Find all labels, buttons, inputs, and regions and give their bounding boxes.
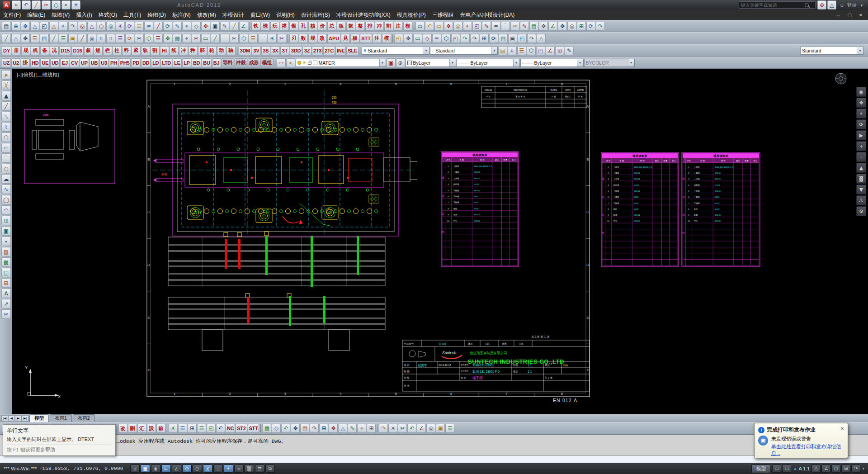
- attach-xref-icon[interactable]: ═: [432, 34, 441, 43]
- dim-linear-icon[interactable]: ✂: [510, 22, 519, 31]
- tool-button[interactable]: 排: [365, 22, 374, 31]
- ucs-icon-tool-icon[interactable]: ▦: [262, 424, 271, 433]
- tool-button[interactable]: 珠: [261, 22, 270, 31]
- units-setup-icon[interactable]: ⌖: [182, 34, 191, 43]
- edit-text-icon[interactable]: ☰: [30, 34, 39, 43]
- table-style-combo[interactable]: Standard: [800, 47, 863, 55]
- tool-button[interactable]: 2T3: [312, 46, 323, 55]
- tool-button[interactable]: DD: [141, 58, 151, 67]
- tool-button[interactable]: BD: [192, 58, 201, 67]
- tool-button[interactable]: 刃: [289, 34, 298, 43]
- tool-button[interactable]: DY: [2, 46, 11, 55]
- tool-button[interactable]: 冲裁: [235, 58, 247, 67]
- make-group-icon[interactable]: ✂: [230, 34, 239, 43]
- menu-item[interactable]: 工具(T): [120, 11, 144, 19]
- layer-lock-icon[interactable]: ◎: [453, 22, 462, 31]
- multiline-text-icon[interactable]: ✥: [21, 34, 30, 43]
- mass-properties-icon[interactable]: ☰: [116, 34, 125, 43]
- tool-button[interactable]: PD: [131, 58, 141, 67]
- divide-point-icon[interactable]: ✂: [1, 309, 11, 319]
- markup-set-manager-icon[interactable]: ✎: [220, 22, 229, 31]
- tool-button[interactable]: 改: [118, 424, 127, 433]
- tool-button[interactable]: 轮: [208, 46, 217, 55]
- tool-button[interactable]: HD: [30, 58, 40, 67]
- save-as-icon[interactable]: △: [30, 22, 39, 31]
- 3d-object-snap-toggle[interactable]: ⬡: [193, 465, 202, 473]
- tab-layout1[interactable]: 布局1: [50, 414, 72, 422]
- tab-model[interactable]: 模型: [29, 414, 49, 422]
- tool-button[interactable]: APU: [327, 34, 340, 43]
- field-tool-icon[interactable]: ⊞: [480, 34, 489, 43]
- anchor-nav-icon[interactable]: ⚓: [856, 195, 866, 205]
- tool-button[interactable]: 掛: [21, 58, 30, 67]
- tool-button[interactable]: PH5: [119, 58, 131, 67]
- audit-icon[interactable]: ╱: [211, 34, 220, 43]
- recover-icon[interactable]: ⌒: [220, 34, 229, 43]
- center-mark-icon[interactable]: ◎: [567, 22, 576, 31]
- transparency-toggle[interactable]: ▒: [245, 465, 254, 473]
- ucs-origin-icon[interactable]: ↷: [310, 424, 319, 433]
- tool-button[interactable]: 铁: [251, 22, 260, 31]
- data-link-icon[interactable]: ▤: [499, 34, 508, 43]
- tool-button[interactable]: 割: [384, 22, 393, 31]
- ucs-face-icon[interactable]: ↶: [281, 424, 290, 433]
- status-menu-arrow-icon[interactable]: ▾: [862, 466, 864, 471]
- tool-button[interactable]: CV: [70, 58, 79, 67]
- tool-button[interactable]: D16: [71, 46, 83, 55]
- polar-tracking-toggle[interactable]: ∠: [172, 465, 181, 473]
- color-combo[interactable]: ByLayer: [406, 59, 456, 67]
- tool-button[interactable]: 冲: [179, 46, 188, 55]
- snap-node-icon[interactable]: ⊞: [188, 424, 197, 433]
- qat-save-icon[interactable]: ✂: [42, 0, 51, 9]
- layer-isolate-icon[interactable]: ▭: [434, 22, 443, 31]
- text-style-manager-icon[interactable]: ▤: [498, 46, 507, 55]
- tool-button[interactable]: PH: [109, 58, 118, 67]
- chevron-down-icon[interactable]: [449, 59, 456, 66]
- qat-undo-icon[interactable]: ⌖: [61, 0, 71, 9]
- dim-angular-icon[interactable]: ✥: [539, 22, 548, 31]
- menu-item[interactable]: 光电产品冲模设计(DA): [457, 11, 518, 19]
- menu-item[interactable]: 绘图(D): [144, 11, 169, 19]
- snap-none-icon[interactable]: ↶: [216, 424, 225, 433]
- tool-palettes-icon[interactable]: ✥: [201, 22, 210, 31]
- close-button[interactable]: [855, 11, 866, 19]
- match-properties-icon[interactable]: ◎: [106, 22, 115, 31]
- dim-edit-icon[interactable]: ⊞: [577, 22, 586, 31]
- wipeout-icon[interactable]: ╱: [78, 34, 87, 43]
- app-icon[interactable]: A: [3, 1, 10, 9]
- tolerance-icon[interactable]: ✥: [558, 22, 567, 31]
- tool-button[interactable]: 备: [40, 46, 49, 55]
- menu-item[interactable]: 模具核价(P): [394, 11, 429, 19]
- tool-button[interactable]: 汇: [137, 424, 146, 433]
- lineweight-combo[interactable]: ——— ByLayer: [520, 59, 584, 67]
- tool-button[interactable]: 规: [21, 46, 30, 55]
- tool-button[interactable]: LTD: [160, 58, 172, 67]
- tool-button[interactable]: 况: [50, 46, 59, 55]
- arc-icon[interactable]: ⌒: [1, 153, 11, 163]
- dim-update-icon[interactable]: ⟳: [586, 22, 595, 31]
- tool-button[interactable]: 种: [189, 46, 198, 55]
- extract-data-icon[interactable]: ▣: [508, 34, 517, 43]
- snap-insert-icon[interactable]: ☰: [197, 424, 206, 433]
- layer-current-icon[interactable]: ⌖: [463, 22, 472, 31]
- tool-button[interactable]: 3V: [252, 46, 261, 55]
- layer-combo[interactable]: ☀ MATER: [296, 59, 386, 67]
- view-iso-icon[interactable]: ⊞: [367, 424, 376, 433]
- qnew-icon[interactable]: ▤: [2, 22, 11, 31]
- tool-button[interactable]: U2: [11, 58, 20, 67]
- revision-cloud-icon[interactable]: ◎: [87, 34, 96, 43]
- named-views-icon[interactable]: △: [338, 424, 347, 433]
- signin-button[interactable]: ☺ 登录 ▾: [838, 1, 865, 9]
- tool-button[interactable]: 价: [318, 22, 327, 31]
- scroll-up-icon[interactable]: ▲: [856, 163, 866, 173]
- search-input[interactable]: [741, 3, 803, 8]
- layer-thaw-icon[interactable]: ☀: [302, 60, 307, 65]
- tool-button[interactable]: 整: [356, 22, 365, 31]
- clip-xref-icon[interactable]: ⬡: [442, 34, 451, 43]
- set-variable-icon[interactable]: ✥: [163, 34, 172, 43]
- text-style-combo[interactable]: A Standard: [362, 47, 429, 55]
- annotation-scale-button[interactable]: A 1:1: [793, 466, 810, 471]
- copy-clip-icon[interactable]: △: [87, 22, 96, 31]
- zoom-in-icon[interactable]: ＋: [856, 141, 866, 151]
- tool-button[interactable]: 导料: [222, 58, 234, 67]
